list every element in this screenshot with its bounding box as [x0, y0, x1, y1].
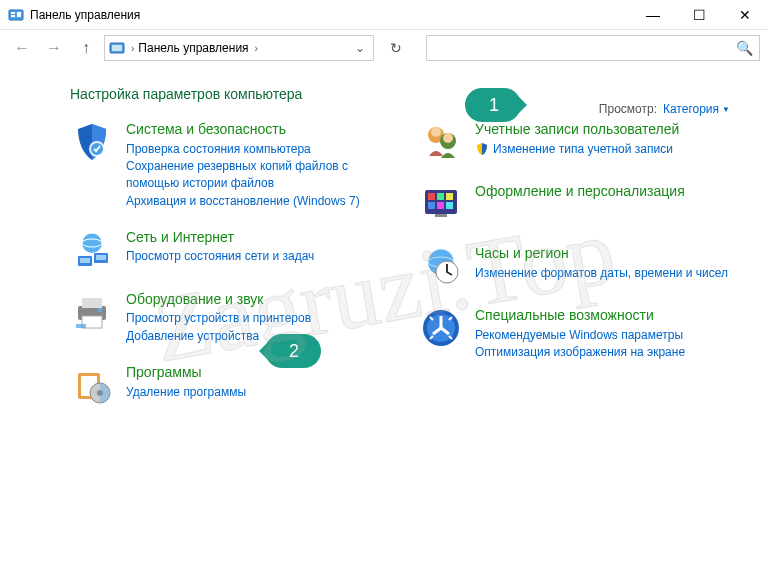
svg-rect-14 — [82, 298, 102, 308]
category-link[interactable]: Сохранение резервных копий файлов с помо… — [126, 158, 389, 192]
category-title[interactable]: Оборудование и звук — [126, 290, 311, 310]
users-icon — [419, 120, 463, 164]
category-title[interactable]: Сеть и Интернет — [126, 228, 314, 248]
address-bar[interactable]: › Панель управления › ⌄ — [104, 35, 374, 61]
svg-rect-1 — [11, 12, 15, 14]
svg-point-16 — [98, 308, 102, 312]
category-title[interactable]: Учетные записи пользователей — [475, 120, 679, 140]
svg-rect-5 — [112, 45, 122, 51]
category-link[interactable]: Изменение типа учетной записи — [493, 141, 673, 158]
svg-point-23 — [431, 127, 441, 137]
view-by-dropdown[interactable]: Категория ▼ — [663, 102, 730, 116]
category-system-security: Система и безопасность Проверка состояни… — [70, 120, 389, 210]
category-link[interactable]: Удаление программы — [126, 384, 246, 401]
search-icon: 🔍 — [736, 40, 753, 56]
category-network: Сеть и Интернет Просмотр состояния сети … — [70, 228, 389, 272]
forward-button[interactable]: → — [40, 34, 68, 62]
annotation-marker-2: 2 — [265, 334, 321, 368]
svg-rect-17 — [76, 324, 86, 328]
svg-rect-2 — [11, 15, 15, 17]
category-title[interactable]: Специальные возможности — [475, 306, 685, 326]
category-title[interactable]: Часы и регион — [475, 244, 728, 264]
network-icon — [70, 228, 114, 272]
category-link[interactable]: Просмотр устройств и принтеров — [126, 310, 311, 327]
back-button[interactable]: ← — [8, 34, 36, 62]
chevron-down-icon: ▼ — [722, 105, 730, 114]
category-title[interactable]: Система и безопасность — [126, 120, 389, 140]
window-controls: — ☐ ✕ — [630, 0, 768, 30]
minimize-button[interactable]: — — [630, 0, 676, 30]
content: Настройка параметров компьютера Система … — [0, 66, 768, 425]
view-by-label: Просмотр: — [599, 102, 657, 116]
uac-shield-icon — [475, 142, 489, 156]
svg-rect-31 — [437, 202, 444, 209]
control-panel-icon — [109, 40, 125, 56]
refresh-button[interactable]: ↻ — [382, 35, 410, 61]
svg-rect-12 — [96, 255, 106, 260]
search-input[interactable]: 🔍 — [426, 35, 760, 61]
view-by-value: Категория — [663, 102, 719, 116]
printer-icon — [70, 290, 114, 334]
category-accounts: Учетные записи пользователей Изменение т… — [419, 120, 738, 164]
address-dropdown[interactable]: ⌄ — [351, 41, 369, 55]
category-hardware: Оборудование и звук Просмотр устройств и… — [70, 290, 389, 345]
accessibility-icon — [419, 306, 463, 350]
category-link[interactable]: Рекомендуемые Windows параметры — [475, 327, 685, 344]
category-clock-region: Часы и регион Изменение форматов даты, в… — [419, 244, 738, 288]
svg-rect-10 — [80, 258, 90, 263]
maximize-button[interactable]: ☐ — [676, 0, 722, 30]
shield-icon — [70, 120, 114, 164]
category-link[interactable]: Архивация и восстановление (Windows 7) — [126, 193, 389, 210]
svg-rect-33 — [435, 214, 447, 217]
column-left: Система и безопасность Проверка состояни… — [70, 120, 389, 425]
titlebar: Панель управления — ☐ ✕ — [0, 0, 768, 30]
annotation-marker-1: 1 — [465, 88, 521, 122]
category-programs: Программы Удаление программы — [70, 363, 389, 407]
category-columns: Система и безопасность Проверка состояни… — [70, 120, 738, 425]
category-title[interactable]: Программы — [126, 363, 246, 383]
personalization-icon — [419, 182, 463, 226]
window-title: Панель управления — [30, 8, 140, 22]
control-panel-icon — [8, 7, 24, 23]
category-accessibility: Специальные возможности Рекомендуемые Wi… — [419, 306, 738, 361]
svg-rect-27 — [428, 193, 435, 200]
category-appearance: Оформление и персонализация — [419, 182, 738, 226]
clock-icon — [419, 244, 463, 288]
svg-rect-30 — [428, 202, 435, 209]
chevron-right-icon[interactable]: › — [131, 43, 134, 54]
svg-rect-32 — [446, 202, 453, 209]
category-link[interactable]: Оптимизация изображения на экране — [475, 344, 685, 361]
category-link[interactable]: Просмотр состояния сети и задач — [126, 248, 314, 265]
programs-icon — [70, 363, 114, 407]
category-title[interactable]: Оформление и персонализация — [475, 182, 685, 202]
chevron-right-icon[interactable]: › — [255, 43, 258, 54]
svg-point-39 — [439, 326, 443, 330]
view-by-row: Просмотр: Категория ▼ — [599, 102, 730, 116]
close-button[interactable]: ✕ — [722, 0, 768, 30]
column-right: Учетные записи пользователей Изменение т… — [419, 120, 738, 425]
page-title: Настройка параметров компьютера — [70, 86, 738, 102]
up-button[interactable]: ↑ — [72, 34, 100, 62]
category-link[interactable]: Изменение форматов даты, времени и чисел — [475, 265, 728, 282]
svg-rect-29 — [446, 193, 453, 200]
nav-bar: ← → ↑ › Панель управления › ⌄ ↻ 🔍 — [0, 30, 768, 66]
svg-point-25 — [443, 133, 453, 143]
svg-rect-28 — [437, 193, 444, 200]
category-link[interactable]: Проверка состояния компьютера — [126, 141, 389, 158]
breadcrumb[interactable]: Панель управления — [138, 41, 248, 55]
svg-rect-3 — [17, 12, 21, 17]
